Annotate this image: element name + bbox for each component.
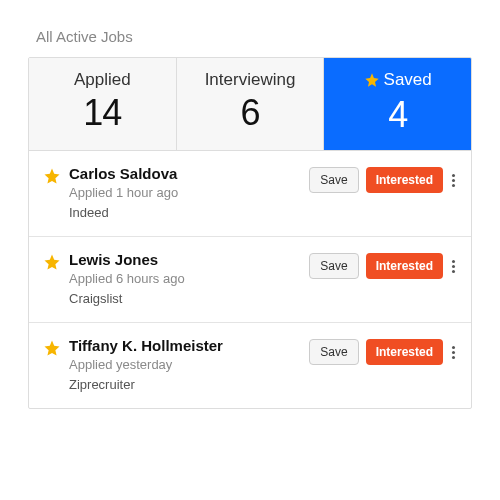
more-menu-icon[interactable] [450, 344, 457, 361]
save-button[interactable]: Save [309, 253, 358, 279]
save-button[interactable]: Save [309, 167, 358, 193]
interested-button[interactable]: Interested [366, 339, 443, 365]
tab-saved-label: Saved [384, 70, 432, 90]
tab-applied[interactable]: Applied 14 [29, 58, 177, 150]
more-menu-icon[interactable] [450, 172, 457, 189]
applicant-meta: Applied 1 hour ago [69, 185, 301, 200]
status-tabs: Applied 14 Interviewing 6 Saved 4 [29, 58, 471, 151]
star-icon [364, 72, 380, 88]
star-icon[interactable] [43, 339, 61, 357]
more-menu-icon[interactable] [450, 258, 457, 275]
save-button[interactable]: Save [309, 339, 358, 365]
star-icon[interactable] [43, 167, 61, 185]
applicant-name: Tiffany K. Hollmeister [69, 337, 301, 354]
applicant-name: Carlos Saldova [69, 165, 301, 182]
tab-saved[interactable]: Saved 4 [324, 58, 471, 150]
applicant-list: Carlos Saldova Applied 1 hour ago Indeed… [29, 151, 471, 408]
jobs-panel: Applied 14 Interviewing 6 Saved 4 Carlos… [28, 57, 472, 409]
tab-interviewing-count: 6 [185, 92, 316, 134]
row-actions: Save Interested [309, 167, 457, 193]
interested-button[interactable]: Interested [366, 253, 443, 279]
tab-applied-label: Applied [74, 70, 131, 90]
applicant-meta: Applied yesterday [69, 357, 301, 372]
page-title: All Active Jobs [36, 28, 472, 45]
list-item: Tiffany K. Hollmeister Applied yesterday… [29, 323, 471, 408]
applicant-name: Lewis Jones [69, 251, 301, 268]
tab-saved-count: 4 [332, 94, 463, 136]
applicant-info: Carlos Saldova Applied 1 hour ago Indeed [69, 165, 301, 220]
list-item: Lewis Jones Applied 6 hours ago Craigsli… [29, 237, 471, 323]
interested-button[interactable]: Interested [366, 167, 443, 193]
list-item: Carlos Saldova Applied 1 hour ago Indeed… [29, 151, 471, 237]
applicant-info: Tiffany K. Hollmeister Applied yesterday… [69, 337, 301, 392]
tab-interviewing[interactable]: Interviewing 6 [177, 58, 325, 150]
tab-interviewing-label: Interviewing [205, 70, 296, 90]
applicant-source: Craigslist [69, 291, 301, 306]
row-actions: Save Interested [309, 253, 457, 279]
star-icon[interactable] [43, 253, 61, 271]
row-actions: Save Interested [309, 339, 457, 365]
applicant-info: Lewis Jones Applied 6 hours ago Craigsli… [69, 251, 301, 306]
tab-applied-count: 14 [37, 92, 168, 134]
applicant-source: Ziprecruiter [69, 377, 301, 392]
applicant-source: Indeed [69, 205, 301, 220]
applicant-meta: Applied 6 hours ago [69, 271, 301, 286]
